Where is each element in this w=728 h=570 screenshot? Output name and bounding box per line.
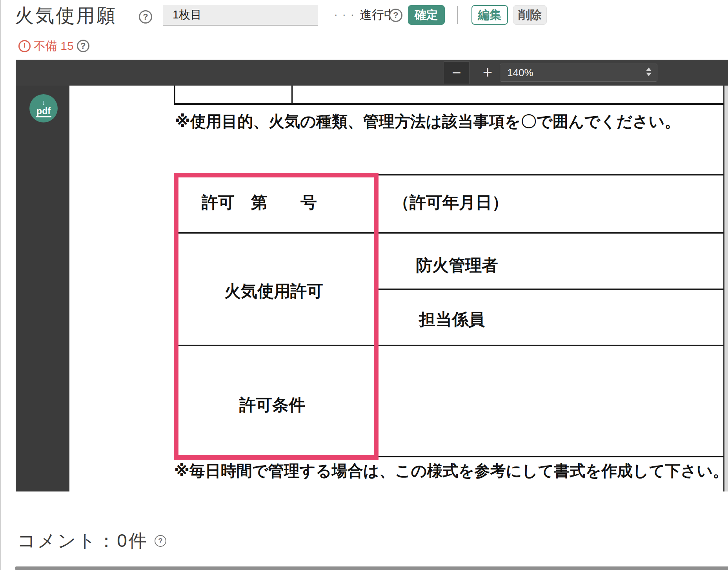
status-help-icon[interactable]: ? [389, 9, 402, 22]
comments-help-icon[interactable]: ? [155, 535, 166, 547]
pdf-download-button[interactable]: ↓ pdf [29, 94, 58, 122]
page-title: 火気使用願 [15, 3, 117, 28]
horizontal-scrollbar[interactable] [15, 566, 728, 570]
issue-highlight-box [174, 173, 379, 460]
app-screen: 火気使用願 ? ・・・ 進行中 ? 確定 編集 削除 ! 不備 15 ? − +… [0, 0, 728, 570]
comments-section: コメント：0件 ? [17, 529, 166, 553]
pdf-toolbar: − + 140% [16, 60, 728, 86]
status-indicator: ・・・ 進行中 [332, 0, 396, 30]
cell-staff-member: 担当係員 [419, 309, 485, 331]
sheet-name-input[interactable] [163, 5, 318, 26]
alert-icon: ! [18, 40, 31, 52]
pdf-badge-label: pdf [36, 106, 51, 117]
download-arrow-icon: ↓ [42, 99, 46, 106]
header-divider [457, 6, 458, 24]
comments-count-label: コメント：0件 [17, 529, 148, 553]
status-dots-icon: ・・・ [332, 10, 357, 21]
title-help-icon[interactable]: ? [139, 10, 152, 24]
cell-permit-date: （許可年月日） [393, 192, 508, 214]
issue-count-label: 不備 15 [34, 38, 74, 54]
delete-button[interactable]: 削除 [513, 5, 547, 25]
table-fragment-vline-right [291, 86, 293, 105]
issue-count-row: ! 不備 15 ? [18, 38, 89, 53]
pdf-viewer-sidebar [16, 86, 69, 491]
doc-note-top: ※使用目的、火気の種類、管理方法は該当事項を〇で囲んでください。 [175, 111, 680, 132]
table-fragment-bottom-line [174, 103, 724, 105]
zoom-out-button[interactable]: − [444, 61, 470, 84]
table-mid-line [374, 289, 724, 290]
doc-note-bottom: ※毎日時間で管理する場合は、この様式を参考にして書式を作成して下さい。 [174, 460, 728, 482]
pdf-viewer-gutter [724, 86, 728, 491]
cell-fire-manager: 防火管理者 [416, 254, 498, 276]
zoom-in-button[interactable]: + [476, 61, 499, 84]
zoom-level-value: 140% [500, 67, 533, 79]
zoom-level-select[interactable]: 140% [500, 64, 657, 82]
edit-button[interactable]: 編集 [471, 5, 508, 25]
select-spinner-icon [646, 68, 652, 76]
confirm-button[interactable]: 確定 [408, 5, 445, 25]
table-top-line [374, 174, 724, 175]
table-fragment-vline-left [174, 86, 175, 105]
table-bottom-line [374, 456, 724, 457]
issue-help-icon[interactable]: ? [77, 40, 89, 52]
